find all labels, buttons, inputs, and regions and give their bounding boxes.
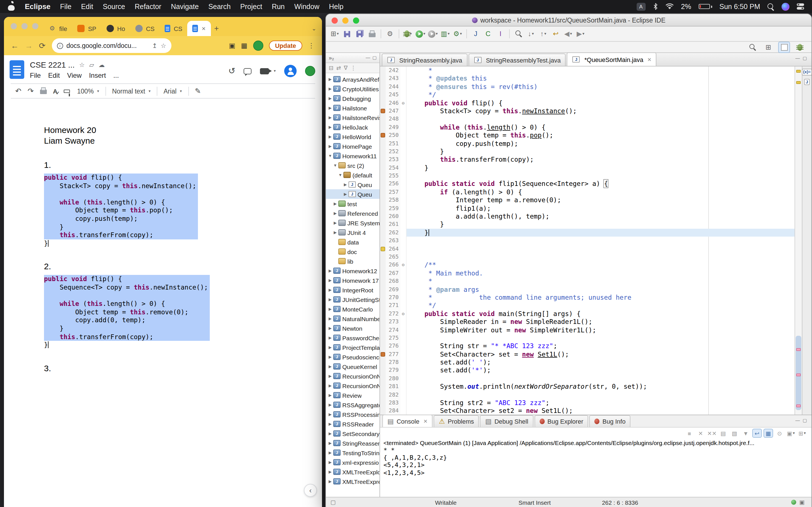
spotlight-icon[interactable] [767, 3, 774, 10]
variables-view-icon[interactable]: (x)= [802, 69, 812, 75]
code-line[interactable]: 248 [380, 115, 795, 123]
open-perspective-icon[interactable]: ⊞ [762, 41, 774, 53]
remove-all-launches-icon[interactable]: ✕✕ [707, 429, 717, 438]
explorer-item[interactable]: ▼(default [326, 170, 379, 180]
code-line[interactable]: 276 String str = "* *ABC 123 zzz"; [380, 342, 795, 350]
meet-button[interactable]: ▾ [260, 68, 276, 74]
new-wizard-icon[interactable]: ⊞▾ [329, 28, 341, 40]
code-line[interactable]: 257 if (a.length() > 0) { [380, 188, 795, 196]
change-marker-icon[interactable] [796, 348, 801, 351]
explorer-item[interactable]: ▶JUnit 4 [326, 228, 379, 237]
editor-code-area[interactable]: 242 *243 * @updates this244 * @ensures t… [380, 66, 795, 414]
menu-help[interactable]: Help [329, 3, 343, 10]
side-panel-icon[interactable]: ▦ [241, 42, 248, 50]
expand-arrow-icon[interactable]: ▶ [327, 402, 333, 407]
last-edit-location-icon[interactable]: ↩ [550, 28, 562, 40]
paragraph-style-select[interactable]: Normal text▾ [112, 88, 151, 94]
browser-tab[interactable]: ✕ [188, 21, 211, 36]
expand-arrow-icon[interactable]: ▶ [327, 383, 333, 388]
browser-tab[interactable]: SP [72, 21, 101, 36]
expand-arrow-icon[interactable]: ▶ [333, 202, 338, 206]
terminate-icon[interactable]: ■ [684, 429, 694, 438]
expand-arrow-icon[interactable]: ▶ [327, 125, 333, 129]
view-menu-icon[interactable]: ⋮ [350, 65, 356, 71]
explorer-item[interactable]: ▶JNewton [326, 323, 379, 333]
expand-arrow-icon[interactable]: ▶ [327, 297, 333, 302]
save-icon[interactable] [341, 28, 353, 40]
expand-arrow-icon[interactable]: ▶ [327, 412, 333, 416]
code-block[interactable]: public void flip() { Stack<T> copy = thi… [44, 173, 198, 239]
explorer-item[interactable]: ▶JMonteCarlo [326, 304, 379, 314]
move-folder-icon[interactable]: ▱ [89, 61, 94, 68]
explorer-item[interactable]: ▶JDebugging [326, 94, 379, 103]
minimize-console-icon[interactable]: — [795, 418, 800, 423]
word-wrap-icon[interactable]: ↩ [752, 429, 762, 438]
overview-ruler[interactable] [795, 66, 802, 414]
expand-arrow-icon[interactable]: ▶ [327, 469, 333, 474]
explorer-item[interactable]: ▶JHelloJack [326, 122, 379, 132]
code-block[interactable]: public void flip() { Sequence<T> copy = … [44, 275, 210, 341]
apple-menu-icon[interactable] [8, 3, 15, 10]
fast-view-icon[interactable]: ▢ [331, 499, 336, 505]
explorer-item[interactable]: ▶JRE System [326, 218, 379, 228]
expand-arrow-icon[interactable]: ▼ [333, 163, 338, 167]
code-line[interactable]: 278 set.add(' '); [380, 358, 795, 367]
explorer-item[interactable]: ▼JHomework11 [326, 151, 379, 161]
expand-arrow-icon[interactable]: ▶ [343, 182, 348, 187]
code-line[interactable]: 275 [380, 334, 795, 342]
explorer-item[interactable]: ▶JHomework12 [326, 266, 379, 276]
external-tools-icon[interactable]: ⚙▾ [452, 28, 463, 40]
pin-console-icon[interactable]: ⊙ [775, 429, 784, 438]
scrollbar-thumb[interactable] [796, 336, 801, 410]
code-line[interactable]: 280 [380, 375, 795, 383]
java-perspective-icon[interactable] [778, 41, 790, 53]
expand-arrow-icon[interactable]: ▶ [343, 192, 348, 196]
code-line[interactable]: 282 [380, 391, 795, 399]
explorer-item[interactable]: lib [326, 256, 379, 266]
browser-tab[interactable]: ⚙file [43, 21, 72, 36]
expand-arrow-icon[interactable]: ▶ [327, 364, 333, 369]
explorer-item[interactable]: ▶JRSSProcessing [326, 409, 379, 419]
code-line[interactable]: 259 flip1(a); [380, 204, 795, 212]
expand-arrow-icon[interactable]: ▶ [327, 326, 333, 330]
console-output[interactable]: <terminated> QueueSortMain (1) [Java App… [380, 439, 811, 497]
expand-arrow-icon[interactable]: ▶ [327, 96, 333, 101]
explorer-item[interactable]: ▶Referenced [326, 209, 379, 218]
collapse-all-icon[interactable]: ⊟ [329, 65, 334, 71]
extension-icon[interactable]: ▣ [229, 42, 236, 50]
eclipse-titlebar[interactable]: workspace - Homework11/src/QueueSortMain… [326, 14, 811, 26]
view-stack-indicator[interactable]: »₂ [329, 55, 334, 61]
font-select[interactable]: Arial▾ [163, 88, 182, 94]
scroll-lock-icon[interactable]: ▼ [741, 429, 751, 438]
display-selected-console-icon[interactable]: ▣▾ [786, 429, 796, 438]
change-marker-icon[interactable] [796, 374, 801, 376]
expand-arrow-icon[interactable]: ▶ [327, 431, 333, 436]
paint-format-icon[interactable] [64, 89, 70, 93]
spellcheck-icon[interactable]: A✓ [53, 88, 57, 94]
menu-run[interactable]: Run [272, 3, 285, 10]
expand-arrow-icon[interactable]: ▶ [327, 77, 333, 81]
expand-arrow-icon[interactable]: ▶ [333, 221, 338, 225]
maximize-editor-icon[interactable]: ▢ [803, 56, 807, 61]
explorer-item[interactable]: ▶JTestingToStrin [326, 448, 379, 457]
fold-collapse-icon[interactable]: ⊖ [400, 99, 407, 107]
remove-launch-icon[interactable]: ✕ [696, 429, 705, 438]
new-java-project-icon[interactable]: J [470, 28, 481, 40]
code-line[interactable]: 266⊖ /** [380, 261, 795, 269]
close-window-icon[interactable] [332, 17, 338, 24]
code-line[interactable]: 269 * @param args [380, 285, 795, 293]
code-line[interactable]: 258 Integer temp = a.remove(0); [380, 196, 795, 205]
explorer-item[interactable]: ▼src (2) [326, 161, 379, 170]
code-line[interactable]: 271 */ [380, 302, 795, 310]
forward-icon[interactable]: ▶▾ [574, 28, 587, 40]
package-explorer-header[interactable]: »₂ —▢ [326, 53, 379, 63]
explorer-item[interactable]: ▶JStringReassem [326, 438, 379, 448]
code-line[interactable]: 246⊖ public void flip() { [380, 99, 795, 107]
expand-arrow-icon[interactable]: ▶ [327, 335, 333, 340]
link-with-editor-icon[interactable]: ⇄ [336, 65, 341, 71]
explorer-item[interactable]: ▶JHomePage [326, 142, 379, 151]
show-output-icon[interactable]: ▦ [763, 429, 773, 438]
minimize-editor-icon[interactable]: — [795, 56, 800, 61]
code-line[interactable]: 268 * [380, 277, 795, 285]
code-line[interactable]: 255 [380, 172, 795, 180]
